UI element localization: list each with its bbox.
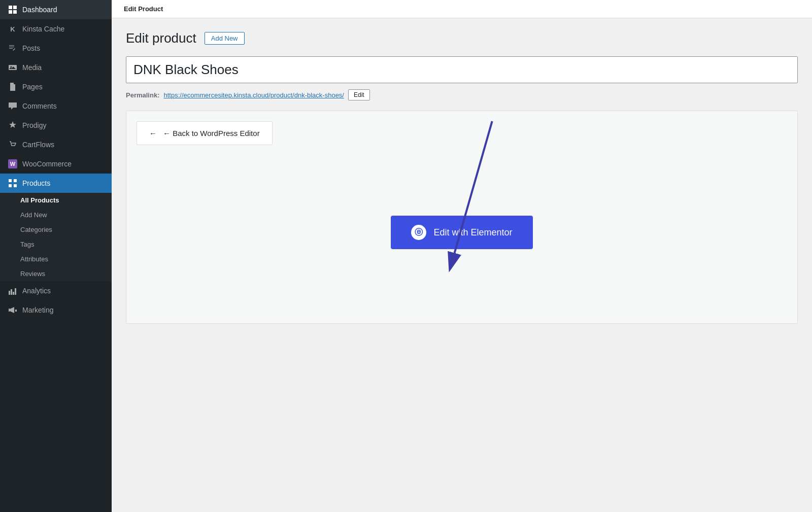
sidebar-active-arrow bbox=[111, 178, 112, 188]
comments-icon bbox=[8, 101, 17, 111]
permalink-row: Permalink: https://ecommercesitep.kinsta… bbox=[126, 89, 798, 100]
pages-icon bbox=[8, 82, 17, 91]
sidebar-label-media: Media bbox=[22, 63, 104, 72]
svg-rect-3 bbox=[13, 10, 17, 14]
product-title-input[interactable] bbox=[126, 56, 798, 83]
submenu-all-products[interactable]: All Products bbox=[0, 193, 112, 208]
back-to-wordpress-editor-button[interactable]: ← ← Back to WordPress Editor bbox=[137, 121, 273, 145]
main-content: Edit Product Edit product Add New Permal… bbox=[112, 0, 812, 512]
sidebar-item-products[interactable]: Products bbox=[0, 174, 112, 193]
svg-rect-11 bbox=[14, 184, 17, 187]
edit-with-elementor-label: Edit with Elementor bbox=[433, 227, 512, 238]
kinsta-icon: K bbox=[8, 24, 17, 33]
sidebar-item-prodigy[interactable]: Prodigy bbox=[0, 116, 112, 135]
sidebar-item-posts[interactable]: Posts bbox=[0, 39, 112, 58]
sidebar-label-analytics: Analytics bbox=[22, 287, 104, 295]
permalink-label: Permalink: bbox=[126, 91, 159, 99]
topbar-title: Edit Product bbox=[124, 5, 163, 13]
sidebar-label-kinsta: Kinsta Cache bbox=[22, 25, 104, 33]
sidebar-label-woocommerce: WooCommerce bbox=[22, 160, 104, 168]
sidebar-label-marketing: Marketing bbox=[22, 306, 104, 314]
submenu-categories[interactable]: Categories bbox=[0, 222, 112, 237]
sidebar-label-cartflows: CartFlows bbox=[22, 141, 104, 149]
add-new-button[interactable]: Add New bbox=[205, 32, 245, 45]
content-area: Edit product Add New Permalink: https://… bbox=[112, 18, 812, 512]
svg-rect-1 bbox=[13, 6, 17, 9]
back-arrow-icon: ← bbox=[149, 129, 157, 138]
elementor-icon-circle: ⓔ bbox=[411, 225, 426, 240]
prodigy-icon bbox=[8, 121, 17, 130]
topbar: Edit Product bbox=[112, 0, 812, 18]
sidebar-item-analytics[interactable]: Analytics bbox=[0, 281, 112, 300]
svg-rect-10 bbox=[9, 184, 12, 187]
posts-icon bbox=[8, 44, 17, 53]
products-icon bbox=[8, 179, 17, 188]
sidebar-label-products: Products bbox=[22, 179, 104, 187]
sidebar-item-cartflows[interactable]: CartFlows bbox=[0, 135, 112, 154]
elementor-logo-icon: ⓔ bbox=[415, 227, 423, 238]
svg-rect-9 bbox=[14, 179, 17, 182]
media-icon bbox=[8, 63, 17, 72]
edit-with-elementor-button[interactable]: ⓔ Edit with Elementor bbox=[391, 216, 532, 249]
svg-rect-12 bbox=[9, 291, 10, 295]
woocommerce-icon: W bbox=[8, 159, 17, 168]
back-to-editor-label: ← Back to WordPress Editor bbox=[163, 129, 260, 138]
submenu-add-new[interactable]: Add New bbox=[0, 208, 112, 222]
sidebar: Dashboard K Kinsta Cache Posts Media Pag… bbox=[0, 0, 112, 512]
sidebar-item-kinsta[interactable]: K Kinsta Cache bbox=[0, 19, 112, 39]
back-to-editor-container: ← ← Back to WordPress Editor bbox=[137, 121, 273, 145]
sidebar-item-pages[interactable]: Pages bbox=[0, 77, 112, 96]
sidebar-item-marketing[interactable]: Marketing bbox=[0, 300, 112, 320]
svg-rect-8 bbox=[9, 179, 12, 182]
sidebar-item-dashboard[interactable]: Dashboard bbox=[0, 0, 112, 19]
svg-rect-13 bbox=[11, 289, 12, 295]
editor-area: ← ← Back to WordPress Editor ⓔ Edit wit bbox=[126, 111, 798, 324]
dashboard-icon bbox=[8, 5, 17, 14]
page-title-row: Edit product Add New bbox=[126, 30, 798, 46]
sidebar-label-comments: Comments bbox=[22, 102, 104, 110]
analytics-icon bbox=[8, 286, 17, 295]
sidebar-label-dashboard: Dashboard bbox=[22, 6, 104, 14]
svg-rect-2 bbox=[9, 10, 12, 14]
submenu-attributes[interactable]: Attributes bbox=[0, 252, 112, 266]
sidebar-label-pages: Pages bbox=[22, 83, 104, 91]
products-submenu: All Products Add New Categories Tags Att… bbox=[0, 193, 112, 281]
permalink-url[interactable]: https://ecommercesitep.kinsta.cloud/prod… bbox=[163, 91, 344, 99]
page-title: Edit product bbox=[126, 30, 196, 46]
permalink-edit-button[interactable]: Edit bbox=[348, 89, 370, 100]
submenu-tags[interactable]: Tags bbox=[0, 237, 112, 252]
cartflows-icon bbox=[8, 140, 17, 149]
sidebar-label-posts: Posts bbox=[22, 44, 104, 52]
svg-rect-0 bbox=[9, 6, 12, 9]
sidebar-item-comments[interactable]: Comments bbox=[0, 96, 112, 116]
svg-rect-15 bbox=[15, 288, 16, 295]
sidebar-label-prodigy: Prodigy bbox=[22, 121, 104, 129]
sidebar-item-media[interactable]: Media bbox=[0, 58, 112, 77]
sidebar-item-woocommerce[interactable]: W WooCommerce bbox=[0, 154, 112, 174]
marketing-icon bbox=[8, 305, 17, 315]
svg-rect-14 bbox=[13, 292, 14, 295]
submenu-reviews[interactable]: Reviews bbox=[0, 266, 112, 281]
